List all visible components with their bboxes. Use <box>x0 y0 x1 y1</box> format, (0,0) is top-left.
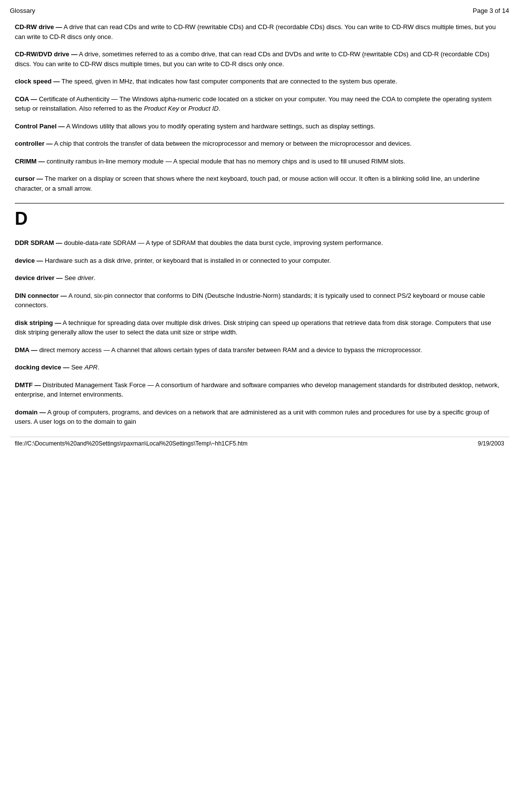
def-control-panel: A Windows utility that allows you to mod… <box>66 122 375 130</box>
term-docking-device: docking device — <box>15 364 70 371</box>
page-footer: file://C:\Documents%20and%20Settings\rpa… <box>10 437 509 450</box>
footer-date: 9/19/2003 <box>478 440 504 447</box>
def-coa-end: . <box>219 105 221 112</box>
def-coa-italic1: Product Key <box>144 105 179 112</box>
term-dma: DMA — <box>15 346 38 354</box>
term-cd-rw-dvd-drive: CD-RW/DVD drive — <box>15 50 78 58</box>
def-device-driver-see: See <box>64 274 78 282</box>
def-dmtf: Distributed Management Task Force — A co… <box>15 381 499 399</box>
entry-device-driver: device driver — See driver. <box>15 273 504 283</box>
entry-cursor: cursor — The marker on a display or scre… <box>15 174 504 193</box>
entry-cd-rw-dvd-drive: CD-RW/DVD drive — A drive, sometimes ref… <box>15 49 504 69</box>
entry-control-panel: Control Panel — A Windows utility that a… <box>15 122 504 131</box>
def-coa-mid: or <box>179 105 188 112</box>
def-docking-device-italic: APR <box>84 364 98 371</box>
entry-domain: domain — A group of computers, programs,… <box>15 407 504 427</box>
page-title: Glossary <box>10 7 35 14</box>
def-cd-rw-dvd-drive: A drive, sometimes referred to as a comb… <box>15 50 489 68</box>
term-disk-striping: disk striping — <box>15 319 61 326</box>
term-dmtf: DMTF — <box>15 381 41 389</box>
def-device-driver-end: . <box>94 274 96 282</box>
term-controller: controller — <box>15 140 53 147</box>
def-controller: A chip that controls the transfer of dat… <box>54 140 411 147</box>
def-device: Hardware such as a disk drive, printer, … <box>45 257 331 264</box>
def-cursor: The marker on a display or screen that s… <box>15 175 479 192</box>
entry-dmtf: DMTF — Distributed Management Task Force… <box>15 380 504 400</box>
term-device-driver: device driver — <box>15 274 63 282</box>
term-device: device — <box>15 257 43 264</box>
term-din-connector: DIN connector — <box>15 292 67 299</box>
def-coa-italic2: Product ID <box>188 105 218 112</box>
entry-clock-speed: clock speed — The speed, given in MHz, t… <box>15 77 504 86</box>
def-cd-rw-drive: A drive that can read CDs and write to C… <box>15 23 496 41</box>
def-dma: direct memory access — A channel that al… <box>39 346 422 354</box>
term-cd-rw-drive: CD-RW drive — <box>15 23 62 31</box>
def-crimm: continuity rambus in-line memory module … <box>46 158 405 165</box>
entry-coa: COA — Certificate of Authenticity — The … <box>15 94 504 114</box>
def-clock-speed: The speed, given in MHz, that indicates … <box>61 78 397 85</box>
entry-docking-device: docking device — See APR. <box>15 363 504 372</box>
def-din-connector: A round, six-pin connector that conforms… <box>15 292 485 309</box>
term-ddr-sdram: DDR SDRAM — <box>15 239 62 246</box>
entry-crimm: CRIMM — continuity rambus in-line memory… <box>15 157 504 166</box>
entry-device: device — Hardware such as a disk drive, … <box>15 256 504 266</box>
def-ddr-sdram: double-data-rate SDRAM — A type of SDRAM… <box>64 239 383 246</box>
term-control-panel: Control Panel — <box>15 122 65 130</box>
term-domain: domain — <box>15 408 46 416</box>
term-coa: COA — <box>15 95 37 103</box>
entry-cd-rw-drive: CD-RW drive — A drive that can read CDs … <box>15 22 504 41</box>
content-area: CD-RW drive — A drive that can read CDs … <box>10 22 509 427</box>
page-number: Page 3 of 14 <box>473 7 509 14</box>
def-domain: A group of computers, programs, and devi… <box>15 408 489 426</box>
entry-ddr-sdram: DDR SDRAM — double-data-rate SDRAM — A t… <box>15 238 504 248</box>
def-docking-device-end: . <box>98 364 100 371</box>
entry-controller: controller — A chip that controls the tr… <box>15 139 504 149</box>
def-device-driver-italic: driver <box>78 274 94 282</box>
def-disk-striping: A technique for spreading data over mult… <box>15 319 491 336</box>
page-header: Glossary Page 3 of 14 <box>10 4 509 17</box>
term-cursor: cursor — <box>15 175 43 182</box>
term-clock-speed: clock speed — <box>15 78 60 85</box>
def-coa-part1: Certificate of Authenticity — The Window… <box>15 95 491 113</box>
footer-filepath: file://C:\Documents%20and%20Settings\rpa… <box>15 440 247 447</box>
entry-disk-striping: disk striping — A technique for spreadin… <box>15 318 504 337</box>
entry-dma: DMA — direct memory access — A channel t… <box>15 345 504 355</box>
section-header-d: D <box>15 208 504 229</box>
section-divider-d <box>15 203 504 203</box>
entry-din-connector: DIN connector — A round, six-pin connect… <box>15 291 504 310</box>
term-crimm: CRIMM — <box>15 158 45 165</box>
def-docking-device-see: See <box>71 364 84 371</box>
